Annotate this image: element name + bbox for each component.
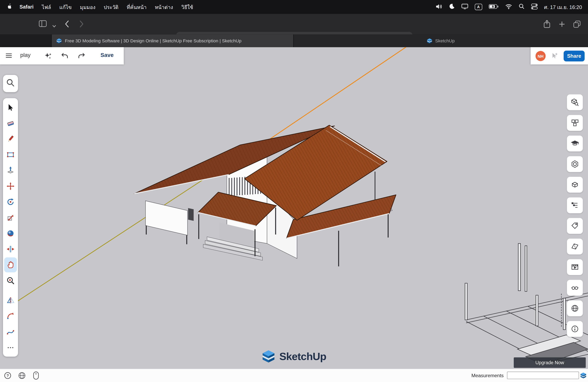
push-pull-tool-button[interactable]	[4, 163, 17, 178]
tab-favicon	[427, 38, 433, 43]
model-info-panel-button[interactable]	[567, 321, 583, 337]
sketchup-logo	[262, 349, 275, 364]
volume-icon[interactable]	[435, 3, 442, 11]
overlays-panel-button[interactable]	[567, 280, 583, 296]
wifi-icon[interactable]	[505, 4, 512, 10]
freehand-tool-button[interactable]	[4, 325, 17, 340]
menu-item-bookmarks[interactable]: ที่คั่นหน้า	[127, 3, 147, 11]
header-right-panel: NH Share	[531, 47, 588, 64]
sidebar-icon[interactable]	[39, 20, 47, 29]
sketchup-workspace: play Save NH Share	[0, 47, 588, 382]
new-tab-icon[interactable]	[559, 21, 565, 29]
redo-icon[interactable]	[77, 52, 86, 61]
help-icon[interactable]: ?	[4, 372, 12, 381]
tab-favicon	[56, 38, 62, 43]
left-tool-palette	[3, 98, 18, 357]
undo-icon[interactable]	[60, 52, 69, 61]
battery-icon[interactable]	[489, 4, 499, 10]
outliner-panel-button[interactable]	[567, 197, 583, 213]
display-icon[interactable]	[461, 3, 468, 11]
arc-tool-button[interactable]	[4, 309, 17, 324]
menu-app-name[interactable]: Safari	[20, 4, 34, 10]
menu-bar-clock[interactable]: ศ. 17 เม.ย. 16:20	[544, 3, 582, 11]
tab-overview-icon[interactable]	[573, 20, 581, 30]
zoom-tool-button[interactable]	[4, 273, 17, 288]
rotate-tool-button[interactable]	[4, 194, 17, 209]
instructor-panel-button[interactable]	[567, 135, 583, 152]
share-button[interactable]: Share	[564, 51, 585, 61]
forward-icon[interactable]	[80, 20, 84, 29]
styles-panel-button[interactable]	[567, 156, 583, 172]
eraser-tool-button[interactable]	[4, 116, 17, 131]
dark-mode-moon-icon[interactable]	[449, 3, 455, 11]
house-model[interactable]	[134, 125, 396, 266]
macos-menu-bar: Safari ไฟล์ แก้ไข มุมมอง ประวัติ ที่คั่น…	[0, 0, 588, 14]
shape-tool-button[interactable]	[4, 147, 17, 162]
screen: Safari ไฟล์ แก้ไข มุมมอง ประวัติ ที่คั่น…	[0, 0, 588, 382]
language-globe-icon[interactable]	[18, 372, 26, 381]
menu-item-file[interactable]: ไฟล์	[42, 3, 51, 11]
spotlight-search-icon[interactable]	[519, 3, 525, 11]
search-tool-button[interactable]	[3, 75, 18, 92]
menu-item-history[interactable]: ประวัติ	[104, 3, 118, 11]
sketchup-mini-logo	[580, 372, 587, 380]
pan-tool-button[interactable]	[4, 257, 17, 272]
model-views-panel-button[interactable]	[567, 94, 583, 111]
views-panel-button[interactable]	[567, 176, 583, 193]
scenes-panel-button[interactable]	[567, 259, 583, 275]
move-tool-button[interactable]	[4, 179, 17, 194]
tab-sketchup[interactable]: SketchUp	[294, 35, 588, 47]
geolocation-panel-button[interactable]	[567, 300, 583, 317]
sparkles-icon[interactable]	[43, 51, 53, 62]
menu-icon[interactable]	[5, 52, 13, 61]
tags-panel-button[interactable]	[567, 218, 583, 234]
svg-text:?: ?	[6, 373, 9, 378]
menu-item-window[interactable]: หน้าต่าง	[155, 3, 173, 11]
measurements-input[interactable]	[507, 372, 579, 379]
cursor-add-icon[interactable]	[550, 52, 558, 61]
watermark-text: SketchUp	[279, 351, 326, 363]
control-center-icon[interactable]	[531, 3, 538, 11]
file-name[interactable]: play	[20, 52, 31, 58]
soften-edges-panel-button[interactable]	[567, 238, 583, 255]
components-panel-button[interactable]	[567, 115, 583, 131]
flip-tool-button[interactable]	[4, 242, 17, 257]
top-toolbar: play Save	[0, 47, 124, 64]
mouse-settings-icon[interactable]	[33, 371, 39, 382]
tab-sketchup-free[interactable]: Free 3D Modeling Software | 3D Design On…	[51, 35, 294, 47]
save-button[interactable]: Save	[101, 52, 114, 58]
browser-tab-bar: Free 3D Modeling Software | 3D Design On…	[0, 35, 588, 47]
canvas-3d-scene[interactable]	[0, 47, 588, 382]
share-icon[interactable]	[543, 19, 551, 30]
menu-item-edit[interactable]: แก้ไข	[59, 3, 72, 11]
menu-item-view[interactable]: มุมมอง	[80, 3, 95, 11]
upgrade-now-button[interactable]: Upgrade Now	[514, 357, 586, 368]
sketchup-watermark: SketchUp	[0, 349, 588, 364]
apple-menu-icon[interactable]	[6, 3, 11, 11]
avatar[interactable]: NH	[536, 51, 546, 61]
paint-tool-button[interactable]	[4, 226, 17, 241]
measurements-label: Measurements	[471, 373, 504, 378]
search-icon	[6, 78, 15, 89]
browser-toolbar: app.sketchup.com A	[0, 14, 588, 34]
select-tool-button[interactable]	[4, 100, 17, 115]
tab-title: Free 3D Modeling Software | 3D Design On…	[65, 38, 241, 43]
line-tool-button[interactable]	[4, 132, 17, 146]
mirror-tool-button[interactable]	[4, 293, 17, 308]
input-source-badge[interactable]: A	[475, 4, 482, 10]
scale-tool-button[interactable]	[4, 210, 17, 225]
chevron-down-icon[interactable]	[52, 22, 56, 29]
status-bar: ? Measurements	[0, 369, 588, 382]
tab-title: SketchUp	[435, 38, 455, 43]
menu-item-help[interactable]: วิธีใช้	[181, 3, 193, 11]
back-icon[interactable]	[64, 20, 69, 29]
right-panel-column	[567, 94, 583, 337]
